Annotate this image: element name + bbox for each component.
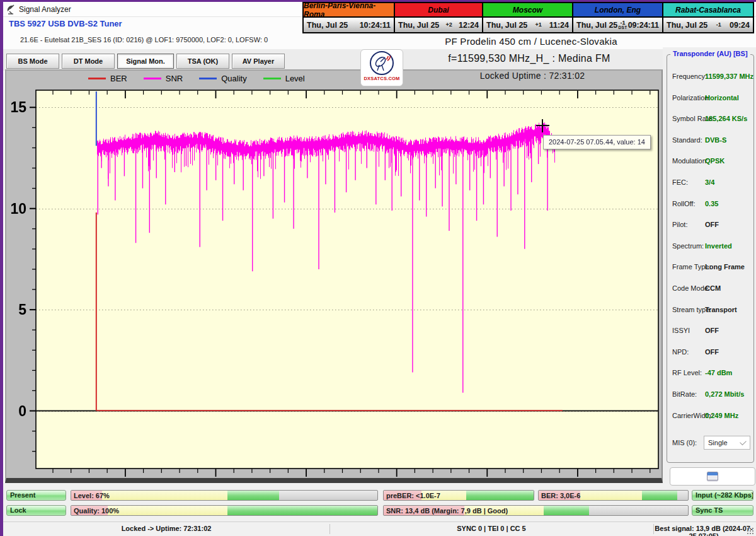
tp-label-4: Modulation: (672, 157, 708, 165)
legend-label: Quality (221, 74, 246, 83)
tp-value-0: 11599,337 MHz (705, 73, 753, 80)
transponder-panel: Transponder (AU) [BS] MIS (0): Single Fr… (667, 54, 754, 463)
tp-value-5: 3/4 (705, 178, 714, 186)
tp-value-9: Long Frame (705, 263, 745, 271)
ber-bar: BER: 3,0E-6 (538, 490, 689, 501)
clock-dubai: DubaiThu, Jul 25+212:24 (395, 2, 483, 33)
legend-item-snr: SNR (144, 74, 183, 83)
clock-date: Thu, Jul 25 (307, 21, 348, 30)
clock-time-value: Thu, Jul 2510:24:11 (304, 18, 394, 32)
status-bar: Locked -> Uptime: 72:31:02 SYNC 0 | TEI … (3, 521, 756, 536)
tp-label-15: BitRate: (672, 390, 697, 398)
tp-label-8: Spectrum: (672, 242, 704, 250)
chart-crosshair (536, 119, 549, 132)
tp-label-7: Pilot: (672, 221, 687, 228)
ts-list-button[interactable] (670, 467, 755, 486)
clock-date: Thu, Jul 25 (667, 21, 707, 30)
clock-moscow: MoscowThu, Jul 25+111:24 (483, 2, 573, 33)
world-clocks: Berlin-Paris-Vienna-RomaThu, Jul 2510:24… (302, 2, 754, 33)
tuner-subtitle: 21.6E - Eutelsat 21B_SES 16 (ID: 0216) @… (20, 36, 268, 44)
clock-time-text: 12:24 (459, 21, 479, 30)
status-sync-counters: SYNC 0 | TEI 0 | CC 5 (329, 525, 653, 532)
snr-bar: SNR: 13,4 dB (Margin: 7,9 dB | Good) (383, 505, 689, 516)
tp-value-12: OFF (705, 327, 719, 334)
mode-tabs: BS ModeDT ModeSignal Mon.TSA (OK)AV Play… (6, 54, 285, 69)
clock-utc-offset: +1 (535, 23, 541, 27)
mis-label: MIS (0): (672, 439, 697, 446)
clock-city-label: Berlin-Paris-Vienna-Roma (304, 3, 394, 18)
transponder-title: Transponder (AU) [BS] (670, 50, 750, 57)
clock-time-text: 10:24:11 (360, 21, 391, 30)
quality-bar: Quality: 100% (71, 505, 378, 516)
legend-label: Level (285, 74, 305, 83)
preber-bar-label: preBER: <1.0E-7 (386, 491, 440, 501)
status-separator (329, 524, 330, 534)
legend-item-ber: BER (88, 74, 127, 83)
status-uptime: Locked -> Uptime: 72:31:02 (3, 525, 329, 532)
sync-ts-button[interactable]: Sync TS (692, 505, 753, 516)
legend-swatch-snr (144, 78, 161, 79)
tp-label-5: FEC: (672, 178, 688, 186)
clock-time-text: 09:24:11 (628, 21, 659, 30)
tp-value-3: DVB-S (705, 136, 726, 144)
tp-label-14: RF Level: (672, 369, 702, 376)
clock-date: Thu, Jul 25 (398, 21, 439, 30)
clock-city-label: Dubai (395, 3, 482, 18)
clock-time-value: Thu, Jul 25+111:24 (483, 18, 572, 32)
tab-bs-mode[interactable]: BS Mode (6, 54, 59, 69)
tp-label-10: Code Mode: (672, 284, 710, 292)
mis-dropdown[interactable]: Single (704, 436, 750, 450)
legend-item-quality: Quality (199, 74, 246, 83)
tp-value-15: 0,272 Mbit/s (705, 390, 744, 398)
tp-value-6: 0.35 (705, 200, 718, 207)
tp-label-13: NPD: (672, 348, 689, 356)
level-bar: Level: 67% (71, 490, 378, 501)
tuner-title: TBS 5927 USB DVB-S2 Tuner (9, 19, 122, 28)
clock-rabat-casablanca: Rabat-CasablancaThu, Jul 25-109:24 (663, 2, 754, 33)
status-best-signal: Best signal: 13,9 dB (2024-07-25 07:05) (653, 525, 754, 536)
legend-swatch-quality (199, 78, 217, 79)
locked-uptime: Locked Uptime : 72:31:02 (403, 71, 662, 81)
site-header: PF Prodelin 450 cm / Lucenec-Slovakia (309, 36, 753, 47)
clock-utc-offset: +2 (446, 23, 452, 27)
tp-value-13: OFF (705, 348, 719, 356)
chevron-down-icon (740, 438, 747, 445)
tp-label-12: ISSYI (672, 327, 690, 334)
clock-time-value: Thu, Jul 25-109:24 (663, 18, 753, 32)
mis-value: Single (708, 439, 728, 446)
tp-label-0: Frequency: (672, 73, 707, 80)
tp-value-10: CCM (705, 284, 721, 292)
lock-indicator: Lock (6, 505, 66, 516)
tp-value-2: 185,264 KS/s (705, 115, 747, 122)
legend-item-level: Level (263, 74, 305, 83)
resize-grip[interactable] (747, 527, 755, 535)
level-bar-label: Level: 67% (74, 491, 110, 501)
tab-signal-mon-[interactable]: Signal Mon. (117, 54, 174, 69)
legend-label: SNR (166, 74, 183, 83)
tp-value-8: Inverted (705, 242, 732, 250)
app-dish-icon (6, 4, 16, 15)
present-indicator: Present (6, 490, 66, 501)
clock-city-label: Rabat-Casablanca (663, 3, 753, 18)
tab-av-player[interactable]: AV Player (232, 54, 285, 69)
status-separator (653, 524, 654, 534)
clock-time-text: 09:24 (730, 21, 750, 30)
tp-value-7: OFF (705, 221, 719, 228)
input-rate-button[interactable]: Input (~282 Kbps) (692, 490, 753, 501)
clock-london-eng: London, EngThu, Jul 25-1DST09:24:11 (573, 2, 663, 33)
tp-label-6: RollOff: (672, 200, 695, 207)
clock-city-label: Moscow (483, 3, 572, 18)
tp-value-1: Horizontal (705, 94, 739, 102)
tp-label-3: Standard: (672, 136, 702, 144)
window-border-left (0, 0, 3, 536)
tab-dt-mode[interactable]: DT Mode (62, 54, 115, 69)
snr-bar-label: SNR: 13,4 dB (Margin: 7,9 dB | Good) (386, 506, 508, 516)
tp-value-16: 0,249 MHz (705, 412, 738, 419)
tp-value-14: -47 dBm (705, 369, 732, 376)
tab-tsa-ok-[interactable]: TSA (OK) (176, 54, 229, 69)
logo-circle (370, 51, 394, 75)
dxsatcs-logo: DXSATCS.COM (360, 49, 403, 86)
logo-dish-icon (372, 54, 391, 73)
legend-swatch-ber (88, 78, 106, 79)
clock-time-value: Thu, Jul 25-1DST09:24:11 (573, 18, 662, 32)
